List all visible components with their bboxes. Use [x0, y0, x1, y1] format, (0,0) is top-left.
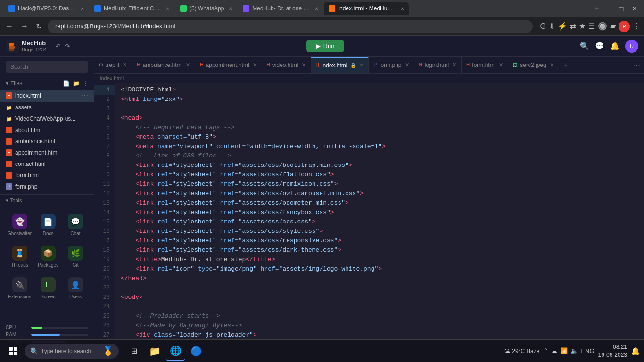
code-line[interactable]: <html lang="zxx"> [115, 95, 644, 104]
tab-close-icon[interactable]: ✕ [229, 6, 232, 11]
chrome-app[interactable]: 🔵 [187, 342, 206, 361]
code-line[interactable]: <link rel="stylesheet" href="assets/css/… [115, 170, 644, 180]
wallet-icon[interactable]: 🔘 [598, 22, 607, 31]
reload-button[interactable]: ↻ [34, 20, 44, 33]
code-line[interactable]: <!-- Link of CSS files --> [115, 151, 644, 161]
extensions-icon[interactable]: ⚡ [558, 22, 567, 31]
edge-app[interactable]: 🌐 [166, 342, 185, 361]
file-more-icon[interactable]: ⋯ [82, 92, 88, 99]
add-editor-tab-button[interactable]: + [559, 61, 573, 69]
editor-tab[interactable]: H appointment.html ✕ [195, 57, 262, 74]
new-tab-button[interactable]: + [591, 2, 603, 15]
address-input[interactable] [48, 20, 533, 33]
file-item[interactable]: H ambulance.html [0, 136, 94, 147]
tool-users[interactable]: 👤 Users [63, 273, 88, 303]
browser-tab[interactable]: MedHub- Dr. at one step✕ [238, 2, 323, 15]
editor-tab-close[interactable]: ✕ [253, 62, 257, 68]
editor-tabs-more[interactable]: ⋯ [630, 61, 644, 69]
editor-tab-close[interactable]: ✕ [452, 62, 456, 68]
code-line[interactable]: <head> [115, 114, 644, 123]
file-item[interactable]: H form.html [0, 170, 94, 181]
new-folder-icon[interactable]: 📁 [73, 80, 80, 87]
up-arrow-icon[interactable]: ⇧ [543, 347, 548, 354]
code-line[interactable]: <link rel="stylesheet" href="assets/css/… [115, 246, 644, 255]
editor-tab[interactable]: H video.html ✕ [262, 57, 311, 74]
code-line[interactable] [115, 104, 644, 114]
editor-tab[interactable]: H index.html 🔒 ✕ [311, 57, 369, 74]
editor-tab-close[interactable]: ✕ [302, 62, 306, 68]
forward-button[interactable]: → [19, 20, 30, 33]
editor-tab-close[interactable]: ✕ [359, 62, 363, 68]
editor-tab-close[interactable]: ✕ [499, 62, 503, 68]
share-icon[interactable]: ⇄ [570, 22, 576, 31]
more-files-icon[interactable]: ⋮ [83, 80, 88, 87]
files-toggle[interactable]: ▾ Files [6, 80, 22, 87]
file-item[interactable]: 📁 VideoChatWebApp-us... [0, 113, 94, 124]
code-line[interactable]: <title>MedHub- Dr. at one step</title> [115, 255, 644, 264]
bell-icon[interactable]: 🔔 [610, 41, 619, 50]
code-line[interactable]: <div class="loader js-preloader"> [115, 330, 644, 340]
code-editor[interactable]: 1234567891011121314151617181920212223242… [94, 83, 644, 351]
code-line[interactable]: <meta charset="utf-8"> [115, 132, 644, 142]
undo-icon[interactable]: ↶ [55, 42, 61, 50]
taskbar-search[interactable]: 🔍 Type here to search 🏅 [25, 344, 119, 359]
code-line[interactable]: <link rel="stylesheet" href="assets/css/… [115, 236, 644, 246]
file-item[interactable]: H contact.html [0, 158, 94, 170]
code-line[interactable]: <link rel="stylesheet" href="assets/css/… [115, 189, 644, 198]
tab-close-icon[interactable]: ✕ [80, 6, 84, 11]
editor-tab[interactable]: 🖼 serv2.jpeg ✕ [508, 57, 559, 74]
tool-git[interactable]: 🌿 Git [63, 242, 88, 272]
code-line[interactable]: <meta name="viewport" content="width=dev… [115, 142, 644, 151]
file-item[interactable]: H appointment.html [0, 147, 94, 158]
tool-extensions[interactable]: 🔌 Extensions [6, 273, 33, 303]
browser-tab[interactable]: index.html - MedHub - Repl✕ [324, 2, 409, 15]
back-button[interactable]: ← [4, 20, 15, 33]
bookmark-icon[interactable]: ★ [579, 22, 586, 31]
search-header-icon[interactable]: 🔍 [580, 41, 589, 50]
code-line[interactable]: <link rel="stylesheet" href="assets/css/… [115, 161, 644, 170]
editor-tab-close[interactable]: ✕ [123, 62, 127, 68]
code-line[interactable]: <!--Preloader starts--> [115, 312, 644, 321]
google-icon[interactable]: G [540, 22, 546, 31]
sidebar-icon[interactable]: ☰ [588, 22, 595, 31]
tool-threads[interactable]: 🧵 Threads [6, 242, 33, 272]
tool-docs[interactable]: 📄 Docs [35, 210, 61, 240]
browser-tab[interactable]: Hack@BVP5.0: Dashboard |✕ [4, 2, 89, 15]
tool-chat[interactable]: 💬 Chat [63, 210, 88, 240]
minimize-icon[interactable]: ‒ [604, 4, 614, 13]
tool-screen[interactable]: 🖥 Screen [35, 273, 61, 303]
chat-header-icon[interactable]: 💬 [595, 41, 604, 50]
code-line[interactable] [115, 302, 644, 312]
taskview-button[interactable]: ⊞ [124, 342, 143, 361]
tab-close-icon[interactable]: ✕ [314, 6, 318, 11]
network-icon[interactable]: ☁ [551, 347, 557, 354]
file-item[interactable]: H index.html ⋯ [0, 90, 94, 102]
editor-tab-close[interactable]: ✕ [405, 62, 409, 68]
code-content[interactable]: <!DOCTYPE html><html lang="zxx"><head> <… [115, 83, 644, 351]
editor-tab-close[interactable]: ✕ [550, 62, 554, 68]
code-line[interactable]: <link rel="stylesheet" href="assets/css/… [115, 217, 644, 227]
tab-close-icon[interactable]: ✕ [166, 6, 170, 11]
menu-icon[interactable]: ⋮ [633, 22, 640, 31]
editor-tab[interactable]: H form.html ✕ [462, 57, 508, 74]
run-button[interactable]: ▶ Run [306, 40, 344, 52]
code-line[interactable]: <link rel="stylesheet" href="assets/css/… [115, 180, 644, 189]
close-icon[interactable]: ✕ [629, 4, 640, 13]
editor-tab[interactable]: H ambulance.html ✕ [132, 57, 195, 74]
user-avatar[interactable]: U [625, 40, 638, 53]
tool-packages[interactable]: 📦 Packages [35, 242, 61, 272]
start-button[interactable] [4, 342, 23, 361]
editor-tab[interactable]: H login.html ✕ [414, 57, 462, 74]
redo-icon[interactable]: ↷ [65, 42, 70, 50]
browser-tab[interactable]: MedHub: Efficient Care Revo✕ [90, 2, 174, 15]
volume-icon[interactable]: 🔈 [570, 347, 578, 354]
extensions2-icon[interactable]: ▰ [610, 22, 616, 31]
download-icon[interactable]: ⇓ [549, 22, 555, 31]
file-item[interactable]: H about.html [0, 124, 94, 136]
explorer-app[interactable]: 📁 [145, 342, 164, 361]
tool-ghostwriter[interactable]: 👻 Ghostwriter [6, 210, 33, 240]
profile-avatar[interactable]: P [619, 21, 630, 32]
code-line[interactable]: <!-- Required meta tags --> [115, 123, 644, 132]
code-line[interactable]: </head> [115, 274, 644, 283]
search-input[interactable] [6, 61, 88, 73]
